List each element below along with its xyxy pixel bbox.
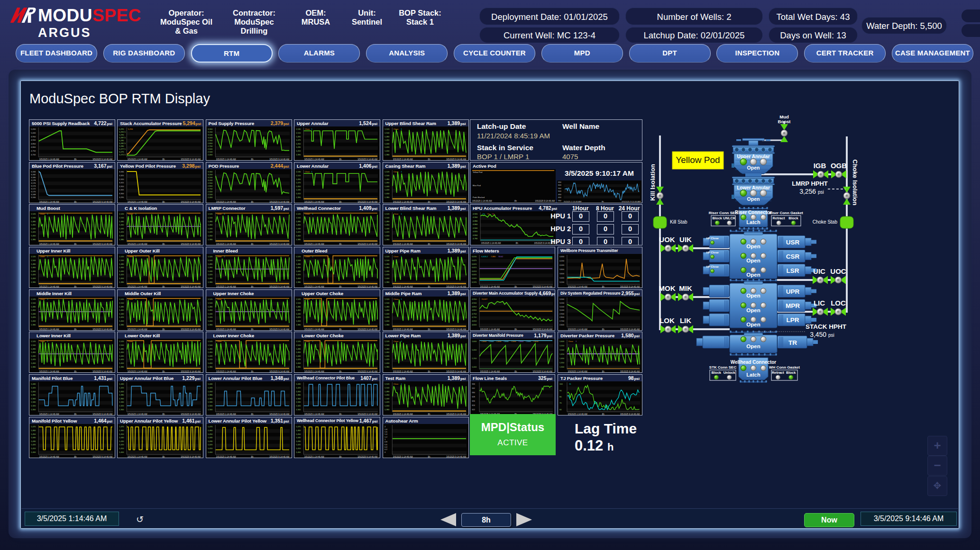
svg-text:1,420: 1,420 xyxy=(207,273,212,276)
svg-text:1.8: 1.8 xyxy=(384,428,387,430)
svg-text:4,700: 4,700 xyxy=(31,153,36,156)
svg-text:1,400: 1,400 xyxy=(207,320,212,322)
svg-text:1,450: 1,450 xyxy=(119,433,124,435)
svg-text:3/5/2025 9:14:46 AM: 3/5/2025 9:14:46 AM xyxy=(446,456,466,458)
svg-text:1,440: 1,440 xyxy=(31,436,36,439)
svg-text:3/5/2025 1:14:46 AM: 3/5/2025 1:14:46 AM xyxy=(480,328,500,331)
svg-text:Close: Close xyxy=(393,383,398,385)
svg-text:8h: 8h xyxy=(162,413,165,415)
svg-text:3/5/2025 9:14:46 AM: 3/5/2025 9:14:46 AM xyxy=(92,243,112,245)
svg-text:2,600: 2,600 xyxy=(559,324,565,326)
svg-text:8h: 8h xyxy=(74,243,76,245)
svg-text:3/5/2025 1:14:46 AM: 3/5/2025 1:14:46 AM xyxy=(128,286,147,288)
svg-text:1,380: 1,380 xyxy=(119,324,124,326)
svg-text:5,050: 5,050 xyxy=(31,128,36,130)
svg-text:1,420: 1,420 xyxy=(119,387,124,389)
svg-text:1,420: 1,420 xyxy=(119,231,124,233)
svg-text:3/5/2025 9:14:46 AM: 3/5/2025 9:14:46 AM xyxy=(533,286,553,288)
svg-text:1,440: 1,440 xyxy=(296,436,301,439)
svg-text:4,900: 4,900 xyxy=(472,302,477,304)
svg-text:3,180: 3,180 xyxy=(31,176,36,179)
svg-text:1,440: 1,440 xyxy=(207,383,212,385)
svg-text:70: 70 xyxy=(559,402,562,404)
svg-text:1,400: 1,400 xyxy=(119,451,124,453)
svg-text:Close: Close xyxy=(393,298,398,300)
svg-text:1,300: 1,300 xyxy=(119,408,124,411)
svg-text:Kill Isolation: Kill Isolation xyxy=(650,164,656,200)
svg-text:1,420: 1,420 xyxy=(31,273,36,276)
svg-text:1,500: 1,500 xyxy=(296,344,301,346)
svg-text:Block: Block xyxy=(712,370,722,375)
svg-text:1,460: 1,460 xyxy=(31,266,36,269)
svg-text:3,166: 3,166 xyxy=(31,196,36,198)
svg-text:3/5/2025 1:14:46 AM: 3/5/2025 1:14:46 AM xyxy=(39,243,59,245)
svg-text:400: 400 xyxy=(558,196,562,198)
svg-text:1,420: 1,420 xyxy=(384,358,389,361)
svg-text:1,460: 1,460 xyxy=(119,224,124,226)
svg-text:1,500: 1,500 xyxy=(384,174,389,177)
svg-text:3,320: 3,320 xyxy=(119,178,124,180)
svg-text:1,420: 1,420 xyxy=(207,231,212,233)
svg-text:8h: 8h xyxy=(251,243,253,245)
svg-text:3/5/2025 9:14:46 AM: 3/5/2025 9:14:46 AM xyxy=(92,456,112,458)
svg-text:Open: Open xyxy=(746,343,760,349)
svg-text:1,380: 1,380 xyxy=(296,324,301,326)
svg-text:1,440: 1,440 xyxy=(119,313,124,315)
svg-text:1,300: 1,300 xyxy=(559,366,565,368)
svg-text:Retract: Retract xyxy=(772,370,784,375)
svg-text:Latch: Latch xyxy=(746,219,760,225)
svg-text:2,600: 2,600 xyxy=(207,190,212,193)
svg-text:1,400: 1,400 xyxy=(296,234,301,237)
svg-text:1,450: 1,450 xyxy=(296,143,301,145)
svg-text:1,480: 1,480 xyxy=(384,178,389,180)
svg-text:1,400: 1,400 xyxy=(384,320,389,322)
svg-text:3,200: 3,200 xyxy=(559,302,565,304)
svg-text:1,520: 1,520 xyxy=(119,213,124,215)
svg-text:8h: 8h xyxy=(514,200,517,202)
svg-text:2,700: 2,700 xyxy=(207,145,212,147)
svg-text:1,450: 1,450 xyxy=(559,353,565,355)
svg-text:1,480: 1,480 xyxy=(296,347,301,350)
svg-text:1,420: 1,420 xyxy=(384,316,389,318)
svg-text:2,800: 2,800 xyxy=(207,142,212,144)
svg-text:1,420: 1,420 xyxy=(207,358,212,361)
svg-text:Close: Close xyxy=(393,255,398,258)
svg-text:1,420: 1,420 xyxy=(384,146,389,148)
svg-text:1,380: 1,380 xyxy=(384,196,389,198)
svg-text:3,800: 3,800 xyxy=(559,268,565,270)
svg-text:4,900: 4,900 xyxy=(31,139,36,141)
svg-text:1,500: 1,500 xyxy=(119,344,124,346)
svg-text:1,440: 1,440 xyxy=(296,227,301,230)
svg-text:1,460: 1,460 xyxy=(31,351,36,353)
svg-text:650: 650 xyxy=(558,181,562,183)
svg-text:1,480: 1,480 xyxy=(296,262,301,265)
svg-text:Open: Open xyxy=(746,272,760,278)
svg-text:1,500: 1,500 xyxy=(384,216,389,219)
svg-text:Kill Stab: Kill Stab xyxy=(670,219,687,225)
svg-text:1,380: 1,380 xyxy=(119,281,124,283)
svg-text:UIK: UIK xyxy=(679,235,692,243)
svg-text:3/5/2025 1:14:46 AM: 3/5/2025 1:14:46 AM xyxy=(39,456,59,458)
svg-text:8h: 8h xyxy=(251,456,253,458)
svg-text:3/5/2025 1:14:46 AM: 3/5/2025 1:14:46 AM xyxy=(128,328,147,331)
svg-text:1,460: 1,460 xyxy=(207,351,212,353)
svg-text:1,440: 1,440 xyxy=(31,313,36,315)
svg-text:1,470: 1,470 xyxy=(296,139,301,141)
svg-text:Riser Conn Gasket: Riser Conn Gasket xyxy=(769,211,803,215)
svg-text:3/5/2025 9:14:46 AM: 3/5/2025 9:14:46 AM xyxy=(446,370,466,373)
svg-text:1,420: 1,420 xyxy=(31,358,36,361)
svg-text:1,420: 1,420 xyxy=(384,401,389,403)
svg-text:0.8: 0.8 xyxy=(384,441,387,443)
svg-text:1,420: 1,420 xyxy=(296,443,301,446)
svg-text:80: 80 xyxy=(559,396,562,398)
svg-text:3/5/2025 9:14:46 AM: 3/5/2025 9:14:46 AM xyxy=(181,286,201,288)
svg-text:1,460: 1,460 xyxy=(296,351,301,353)
svg-text:3/5/2025 9:14:46 AM: 3/5/2025 9:14:46 AM xyxy=(446,158,466,161)
svg-text:1,460: 1,460 xyxy=(384,139,389,141)
svg-text:8h: 8h xyxy=(339,456,341,458)
svg-text:3/5/2025 9:14:46 AM: 3/5/2025 9:14:46 AM xyxy=(446,243,466,245)
svg-text:1,400: 1,400 xyxy=(119,320,124,322)
svg-text:1,430: 1,430 xyxy=(296,440,301,442)
svg-text:3/5/2025 9:14:46 AM: 3/5/2025 9:14:46 AM xyxy=(269,456,289,458)
svg-text:8h: 8h xyxy=(428,158,430,161)
